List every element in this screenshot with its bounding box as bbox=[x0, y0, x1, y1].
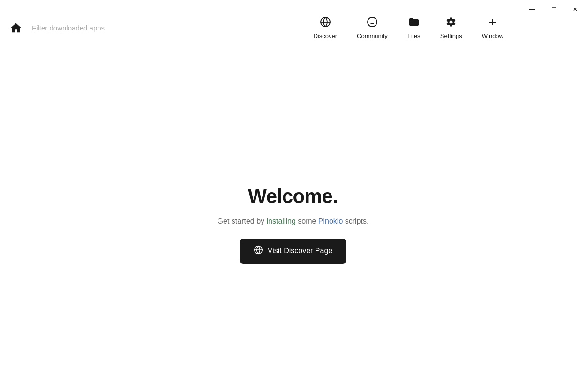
discover-label: Discover bbox=[313, 32, 337, 39]
minimize-button[interactable]: — bbox=[521, 0, 543, 19]
subtitle-post: scripts. bbox=[343, 217, 368, 225]
discover-btn-globe-icon bbox=[254, 245, 263, 257]
folder-icon bbox=[408, 16, 420, 30]
nav-item-window[interactable]: Window bbox=[474, 13, 511, 43]
title-bar: — ☐ ✕ bbox=[521, 0, 586, 19]
search-input[interactable] bbox=[32, 21, 266, 35]
community-label: Community bbox=[357, 32, 388, 39]
welcome-title: Welcome. bbox=[248, 185, 338, 208]
svg-point-2 bbox=[368, 17, 377, 27]
home-button[interactable] bbox=[9, 22, 23, 35]
settings-label: Settings bbox=[440, 32, 462, 39]
smiley-icon bbox=[367, 16, 378, 30]
subtitle-mid: some bbox=[296, 217, 318, 225]
search-wrap bbox=[32, 21, 266, 35]
app-header: Discover Community Files bbox=[0, 0, 586, 56]
window-label: Window bbox=[482, 32, 503, 39]
files-label: Files bbox=[407, 32, 420, 39]
globe-icon bbox=[320, 16, 331, 30]
discover-btn-label: Visit Discover Page bbox=[268, 247, 332, 255]
nav-item-files[interactable]: Files bbox=[400, 13, 428, 43]
home-icon bbox=[9, 22, 23, 35]
nav-item-discover[interactable]: Discover bbox=[306, 13, 345, 43]
close-button[interactable]: ✕ bbox=[564, 0, 586, 19]
nav-item-community[interactable]: Community bbox=[349, 13, 395, 43]
subtitle-pre: Get started by bbox=[218, 217, 267, 225]
maximize-button[interactable]: ☐ bbox=[543, 0, 564, 19]
visit-discover-button[interactable]: Visit Discover Page bbox=[240, 239, 346, 264]
nav-item-settings[interactable]: Settings bbox=[433, 13, 470, 43]
subtitle-installing: installing bbox=[267, 217, 296, 225]
subtitle-pinokio: Pinokio bbox=[318, 217, 343, 225]
welcome-subtitle: Get started by installing some Pinokio s… bbox=[218, 217, 369, 226]
plus-icon bbox=[487, 16, 498, 30]
main-content: Welcome. Get started by installing some … bbox=[0, 56, 586, 392]
gear-icon bbox=[445, 16, 457, 30]
